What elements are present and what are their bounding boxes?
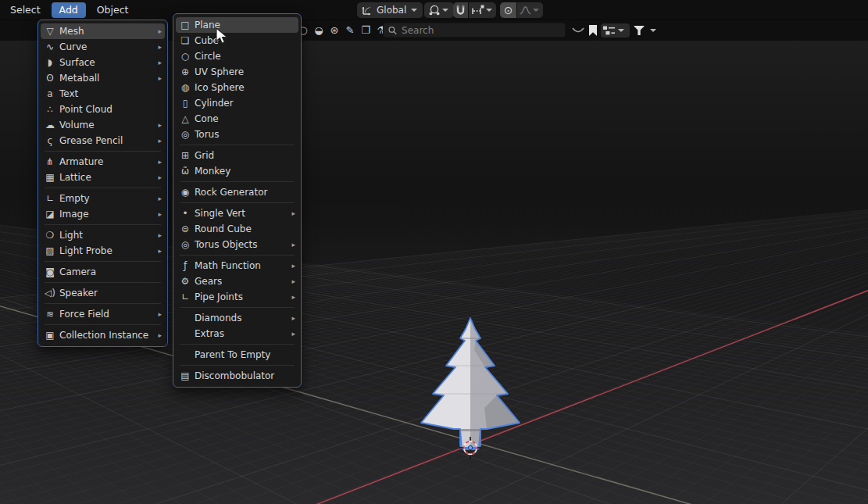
- display-mode-dropdown[interactable]: [601, 23, 630, 38]
- point-cloud-icon: ∴: [41, 104, 59, 115]
- menu-item-label: Grid: [195, 150, 295, 161]
- menu-item-curve[interactable]: ∿Curve▸: [41, 39, 165, 55]
- menu-separator: [45, 261, 161, 262]
- menu-item-label: Single Vert: [195, 208, 288, 219]
- mesh-icon: ▽: [41, 26, 59, 37]
- snap-target-dropdown[interactable]: [469, 2, 496, 18]
- circle-icon: ○: [176, 51, 195, 62]
- image-icon: ◪: [41, 209, 59, 220]
- menu-item-rock-generator[interactable]: ◉Rock Generator: [176, 184, 298, 200]
- menu-item-grease-pencil[interactable]: ςGrease Pencil▸: [41, 133, 165, 148]
- grid-icon: ⊞: [176, 150, 195, 161]
- menu-item-text[interactable]: aText: [41, 86, 165, 102]
- menu-item-collection-instance[interactable]: ▣Collection Instance▸: [41, 327, 165, 343]
- submenu-arrow-icon: ▸: [158, 195, 162, 202]
- menu-separator: [180, 365, 295, 366]
- menu-item-torus-objects[interactable]: ◎Torus Objects▸: [176, 237, 298, 252]
- menu-item-label: Circle: [195, 51, 295, 62]
- snap-magnet-icon: [455, 5, 466, 16]
- menu-item-gears[interactable]: ⚙Gears▸: [176, 273, 298, 289]
- menu-item-label: Empty: [59, 193, 155, 204]
- select-menu[interactable]: Select: [2, 2, 48, 18]
- menu-item-lattice[interactable]: ▦Lattice▸: [41, 170, 165, 185]
- menu-separator: [180, 181, 295, 182]
- menu-item-image[interactable]: ◪Image▸: [41, 206, 165, 222]
- menu-item-torus[interactable]: ◎Torus: [176, 127, 298, 142]
- menu-item-light[interactable]: ❍Light▸: [41, 227, 165, 243]
- menu-item-armature[interactable]: ⋔Armature▸: [41, 154, 165, 170]
- torus-icon: ◎: [176, 129, 195, 140]
- falloff-dropdown[interactable]: [517, 2, 543, 18]
- menu-item-metaball[interactable]: ʘMetaball▸: [41, 70, 165, 86]
- chevron-down-icon[interactable]: [650, 29, 656, 32]
- menu-item-circle[interactable]: ○Circle: [176, 48, 298, 64]
- menu-item-point-cloud[interactable]: ∴Point Cloud: [41, 102, 165, 117]
- menu-item-math-function[interactable]: ƒMath Function▸: [176, 258, 298, 273]
- round-cube-icon: ⊜: [176, 223, 195, 234]
- submenu-arrow-icon: ▸: [158, 310, 162, 318]
- bookmark-icon[interactable]: [589, 25, 597, 36]
- snap-toggle[interactable]: [453, 2, 468, 18]
- menu-separator: [180, 202, 295, 203]
- rock-tool-icon[interactable]: ◒: [313, 23, 325, 38]
- menu-item-camera[interactable]: ◙Camera: [41, 264, 165, 280]
- menu-separator: [45, 188, 161, 188]
- menu-item-round-cube[interactable]: ⊜Round Cube: [176, 221, 298, 237]
- search-box[interactable]: [383, 23, 566, 38]
- speaker-icon: ◁): [41, 288, 59, 298]
- menu-item-ico-sphere[interactable]: ◍Ico Sphere: [176, 80, 298, 95]
- menu-item-grid[interactable]: ⊞Grid: [176, 148, 298, 163]
- menu-item-light-probe[interactable]: ▨Light Probe▸: [41, 243, 165, 259]
- menu-item-label: Point Cloud: [59, 104, 162, 115]
- display-mode-icon: [602, 25, 616, 36]
- menu-item-discombobulator[interactable]: ▤Discombobulator: [176, 368, 298, 384]
- addon-toolbar: ○◒⊛✎❐⚗: [297, 23, 388, 38]
- menu-item-parent-to-empty[interactable]: Parent To Empty: [176, 347, 298, 363]
- menu-item-single-vert[interactable]: •Single Vert▸: [176, 206, 298, 221]
- brush-icon[interactable]: ✎: [344, 23, 356, 38]
- menu-item-force-field[interactable]: ≋Force Field▸: [41, 306, 165, 322]
- metaball-icon: ʘ: [41, 73, 59, 84]
- menu-item-cone[interactable]: △Cone: [176, 111, 298, 127]
- add-menu-panel: ▽Mesh▸∿Curve▸◗Surface▸ʘMetaball▸aText∴Po…: [38, 20, 168, 347]
- discombobulator-icon: ▤: [176, 370, 195, 381]
- light-probe-icon: ▨: [41, 245, 59, 256]
- pivot-point-dropdown[interactable]: [424, 2, 454, 18]
- menu-item-plane[interactable]: □Plane: [176, 17, 298, 33]
- pages-icon[interactable]: ❐: [359, 23, 372, 38]
- menu-item-pipe-joints[interactable]: ∟Pipe Joints▸: [176, 289, 298, 305]
- object-menu[interactable]: Object: [89, 2, 137, 18]
- menu-item-diamonds[interactable]: Diamonds▸: [176, 310, 298, 326]
- menu-item-volume[interactable]: ☁Volume▸: [41, 117, 165, 133]
- menu-item-mesh[interactable]: ▽Mesh▸: [41, 23, 165, 39]
- outliner-controls: [571, 22, 660, 39]
- submenu-arrow-icon: ▸: [291, 330, 295, 338]
- chevron-down-icon: [411, 9, 417, 12]
- search-icon: [388, 26, 397, 35]
- menu-item-label: Parent To Empty: [195, 349, 295, 360]
- menu-item-uv-sphere[interactable]: ⊕UV Sphere: [176, 64, 298, 80]
- submenu-arrow-icon: ▸: [158, 74, 162, 82]
- add-menu-button[interactable]: Add: [52, 2, 86, 18]
- menu-item-cylinder[interactable]: ▯Cylinder: [176, 95, 298, 111]
- menu-item-label: Collection Instance: [59, 330, 155, 341]
- proportional-editing-toggle[interactable]: ⊙: [500, 2, 516, 18]
- globe-icon[interactable]: ⊛: [328, 23, 341, 38]
- camera-icon: ◙: [41, 266, 59, 277]
- search-input[interactable]: [402, 25, 560, 36]
- menu-item-speaker[interactable]: ◁)Speaker: [41, 285, 165, 301]
- menu-separator: [180, 344, 295, 345]
- menu-item-empty[interactable]: ∟Empty▸: [41, 191, 165, 206]
- menu-item-label: Rock Generator: [195, 187, 295, 198]
- cone-icon: △: [176, 113, 195, 124]
- menu-item-cube[interactable]: ❏Cube: [176, 33, 298, 48]
- transform-orientation-dropdown[interactable]: Global: [357, 2, 423, 18]
- collapse-chevron-icon[interactable]: [571, 27, 585, 35]
- submenu-arrow-icon: ▸: [158, 27, 162, 35]
- menu-item-label: Cone: [195, 113, 295, 124]
- filter-icon[interactable]: [634, 26, 645, 35]
- menu-item-monkey[interactable]: ῶMonkey: [176, 163, 298, 179]
- menu-item-extras[interactable]: Extras▸: [176, 326, 298, 341]
- submenu-arrow-icon: ▸: [158, 158, 162, 166]
- menu-item-surface[interactable]: ◗Surface▸: [41, 55, 165, 70]
